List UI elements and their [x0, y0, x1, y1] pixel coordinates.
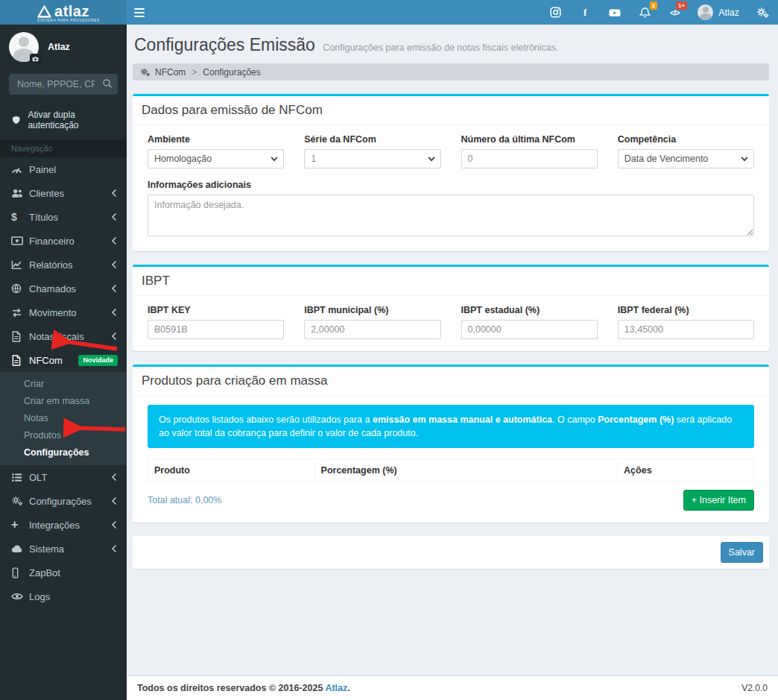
- user-menu[interactable]: Atlaz: [698, 4, 739, 20]
- sidebar-item-olt[interactable]: OLT: [0, 465, 127, 489]
- user-menu-name: Atlaz: [718, 7, 739, 18]
- exchange-arrows-icon: [11, 308, 29, 318]
- numero-input[interactable]: [461, 149, 598, 168]
- sidebar-item-movimento[interactable]: Movimento: [0, 300, 127, 324]
- chevron-left-icon: [111, 332, 117, 341]
- sidebar-item-nfcom[interactable]: NFCom Novidade: [0, 348, 127, 372]
- sidebar-item-clientes[interactable]: Clientes: [0, 181, 127, 205]
- page-title: Configurações Emissão: [134, 35, 315, 54]
- facebook-icon[interactable]: f: [578, 6, 592, 19]
- sidebar-user-panel: Atlaz: [0, 25, 127, 68]
- ambiente-select[interactable]: Homologação: [148, 149, 284, 168]
- mobile-icon: [11, 567, 29, 578]
- chevron-left-icon: [111, 236, 117, 245]
- sidebar-item-integracoes[interactable]: + Integrações: [0, 513, 127, 537]
- sidebar: Atlaz Ativar dupla autenticação Navegaçã…: [0, 25, 127, 700]
- camera-icon[interactable]: [30, 54, 41, 63]
- breadcrumb-separator: >: [192, 67, 197, 78]
- info-alert: Os produtos listados abaixo serão utiliz…: [148, 405, 754, 448]
- chevron-left-icon: [111, 496, 117, 505]
- gears-icon: [11, 496, 29, 506]
- settings-gears-icon[interactable]: [756, 6, 769, 19]
- sidebar-item-painel[interactable]: Painel: [0, 157, 127, 181]
- ibpt-estadual-label: IBPT estadual (%): [461, 305, 598, 315]
- atlaz-link[interactable]: Atlaz: [325, 683, 347, 693]
- two-factor-link[interactable]: Ativar dupla autenticação: [0, 102, 127, 139]
- bell-badge: 2: [650, 1, 657, 10]
- ibpt-municipal-input[interactable]: [304, 320, 440, 339]
- developer-code-icon[interactable]: </> 1+: [668, 6, 681, 19]
- competencia-label: Competência: [618, 134, 754, 145]
- box-produtos-massa: Produtos para criação em massa Os produt…: [133, 365, 769, 523]
- search-icon[interactable]: [102, 78, 113, 92]
- chevron-left-icon: [111, 520, 117, 529]
- shield-icon: [12, 115, 20, 125]
- sidebar-item-financeiro[interactable]: Financeiro: [0, 229, 127, 253]
- total-atual: Total atual: 0,00%: [148, 495, 221, 505]
- ibpt-key-input[interactable]: [148, 320, 284, 339]
- ibpt-estadual-input[interactable]: [461, 320, 598, 339]
- box-produtos-title: Produtos para criação em massa: [133, 367, 769, 396]
- money-icon: [11, 236, 29, 245]
- main-content: Configurações Emissão Configurações para…: [127, 25, 778, 700]
- page-subtitle: Configurações para emissão de notas fisc…: [323, 42, 558, 53]
- inserir-item-button[interactable]: + Inserir Item: [683, 490, 754, 511]
- sidebar-user-name: Atlaz: [48, 42, 70, 52]
- breadcrumb-current: Configurações: [203, 67, 260, 78]
- brand-logo[interactable]: atlaz SISTEMA PARA PROVEDORES: [0, 0, 127, 25]
- ibpt-federal-label: IBPT federal (%): [618, 305, 754, 315]
- submenu-item-produtos[interactable]: Produtos: [0, 426, 127, 444]
- sidebar-item-sistema[interactable]: Sistema: [0, 537, 127, 561]
- submenu-item-configuracoes[interactable]: Configurações: [0, 444, 127, 461]
- submenu-item-criar-em-massa[interactable]: Criar em massa: [0, 392, 127, 409]
- save-button[interactable]: Salvar: [721, 542, 763, 563]
- instagram-icon[interactable]: [548, 6, 562, 19]
- submenu-item-criar[interactable]: Criar: [0, 375, 127, 392]
- chevron-left-icon: [111, 544, 117, 553]
- numero-label: Número da última NFCom: [461, 134, 598, 145]
- informacoes-textarea[interactable]: [148, 195, 754, 236]
- breadcrumb-root[interactable]: NFCom: [155, 67, 186, 78]
- sidebar-item-zapbot[interactable]: ZapBot: [0, 561, 127, 584]
- nfcom-submenu: Criar Criar em massa Notas Produtos Conf…: [0, 372, 127, 465]
- sidebar-item-logs[interactable]: Logs: [0, 584, 127, 608]
- notifications-bell-icon[interactable]: 2: [638, 6, 651, 19]
- cloud-icon: [11, 544, 29, 553]
- ibpt-federal-input[interactable]: [618, 320, 754, 339]
- brand-tagline: SISTEMA PARA PROVEDORES: [37, 19, 100, 22]
- novidade-badge: Novidade: [78, 355, 118, 366]
- file-icon: [11, 355, 29, 366]
- box-ibpt-title: IBPT: [133, 267, 769, 296]
- sidebar-item-notas-fiscais[interactable]: Notas fiscais: [0, 324, 127, 348]
- client-search: [9, 74, 118, 95]
- ibpt-municipal-label: IBPT municipal (%): [304, 305, 440, 315]
- box-dados-emissao: Dados para emissão de NFCom Ambiente Hom…: [133, 94, 769, 251]
- youtube-icon[interactable]: [608, 6, 622, 19]
- ibpt-key-label: IBPT KEY: [148, 305, 284, 315]
- produtos-table: Produto Porcentagem (%) Ações: [148, 458, 754, 482]
- sidebar-toggle-hamburger-icon[interactable]: [134, 8, 145, 17]
- serie-select[interactable]: 1: [304, 149, 440, 168]
- two-factor-label: Ativar dupla autenticação: [28, 110, 116, 130]
- globe-icon: [11, 283, 29, 294]
- tachometer-icon: [11, 164, 29, 174]
- column-produto: Produto: [148, 459, 315, 482]
- sidebar-item-chamados[interactable]: Chamados: [0, 277, 127, 300]
- footer: Todos os direitos reservados © 2016-2025…: [127, 675, 778, 700]
- box-ibpt: IBPT IBPT KEY IBPT municipal (%) IBPT es…: [133, 265, 769, 351]
- code-badge: 1+: [676, 1, 687, 10]
- breadcrumb: NFCom > Configurações: [133, 63, 769, 81]
- competencia-select[interactable]: Data de Vencimento: [618, 149, 754, 168]
- sidebar-item-titulos[interactable]: $ Títulos: [0, 205, 127, 229]
- submenu-item-notas[interactable]: Notas: [0, 409, 127, 426]
- table-header-row: Produto Porcentagem (%) Ações: [148, 459, 754, 482]
- informacoes-label: Informações adicionais: [148, 180, 754, 190]
- users-icon: [11, 188, 29, 198]
- user-avatar: [698, 4, 713, 20]
- dollar-icon: $: [11, 211, 29, 223]
- sidebar-item-configuracoes[interactable]: Configurações: [0, 489, 127, 513]
- eye-icon: [11, 592, 29, 601]
- chevron-left-icon: [111, 212, 117, 221]
- chevron-left-icon: [111, 260, 117, 269]
- sidebar-item-relatorios[interactable]: Relatórios: [0, 253, 127, 277]
